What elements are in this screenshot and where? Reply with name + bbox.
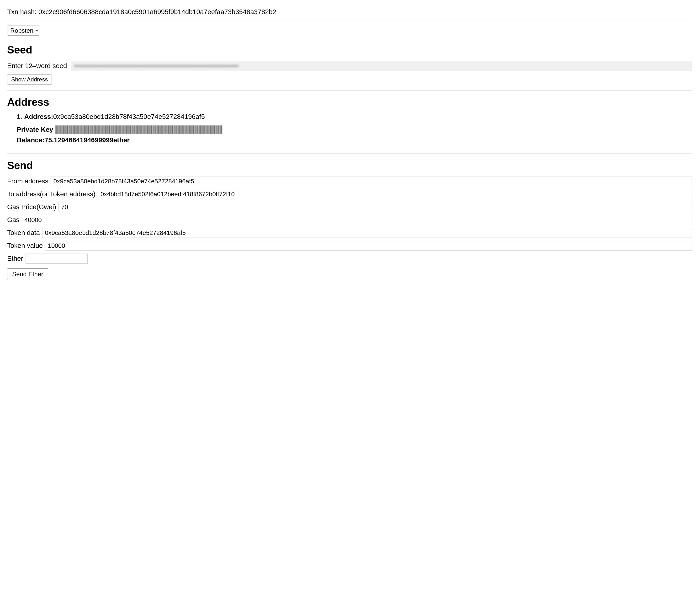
seed-input[interactable] <box>71 61 692 71</box>
to-address-input[interactable] <box>98 189 692 199</box>
from-address-label: From address <box>7 178 49 185</box>
addr-line: Address:0x9ca53a80ebd1d28b78f43a50e74e52… <box>24 113 205 121</box>
private-key-blur <box>55 125 222 134</box>
ether-label: Ether <box>7 255 23 262</box>
private-key-label: Private Key <box>17 126 53 133</box>
send-title: Send <box>7 159 692 171</box>
show-address-button[interactable]: Show Address <box>7 75 52 84</box>
token-value-row: Token value <box>7 241 692 251</box>
seed-label: Enter 12–word seed <box>7 62 67 70</box>
txn-hash-label: Txn hash: <box>7 8 37 15</box>
token-data-row: Token data <box>7 228 692 238</box>
address-item: 1. Address:0x9ca53a80ebd1d28b78f43a50e74… <box>17 113 692 144</box>
seed-section: Seed Enter 12–word seed Show Address <box>7 44 692 91</box>
from-address-input[interactable] <box>51 176 692 186</box>
txn-hash: Txn hash: 0xc2c906fd6606388cda1918a0c590… <box>7 5 692 19</box>
token-value-label: Token value <box>7 242 43 249</box>
token-value-input[interactable] <box>45 241 692 251</box>
from-address-row: From address <box>7 176 692 186</box>
gas-row: Gas <box>7 215 692 225</box>
gas-price-input[interactable] <box>58 202 692 212</box>
addr-header: 1. Address:0x9ca53a80ebd1d28b78f43a50e74… <box>17 113 692 123</box>
send-section: Send From address To address(or Token ad… <box>7 159 692 286</box>
seed-row: Enter 12–word seed <box>7 61 692 71</box>
gas-input[interactable] <box>22 215 692 225</box>
ether-row: Ether <box>7 253 692 264</box>
addr-number: 1. <box>17 113 22 121</box>
balance-line: Balance:75.1294664194699999ether <box>17 136 692 144</box>
gas-price-row: Gas Price(Gwei) <box>7 202 692 212</box>
token-data-input[interactable] <box>42 228 692 238</box>
network-row: Ropsten Mainnet Kovan Rinkeby <box>7 23 692 38</box>
ether-input[interactable] <box>26 253 88 264</box>
private-key-row: Private Key <box>17 125 692 134</box>
token-data-label: Token data <box>7 229 40 237</box>
network-select[interactable]: Ropsten Mainnet Kovan Rinkeby <box>7 26 39 36</box>
send-ether-button[interactable]: Send Ether <box>7 268 48 280</box>
balance-label: Balance: <box>17 136 45 144</box>
address-list: 1. Address:0x9ca53a80ebd1d28b78f43a50e74… <box>17 113 692 144</box>
address-title: Address <box>7 96 692 108</box>
gas-price-label: Gas Price(Gwei) <box>7 203 56 211</box>
gas-label: Gas <box>7 216 19 224</box>
seed-title: Seed <box>7 44 692 56</box>
addr-value: 0x9ca53a80ebd1d28b78f43a50e74e527284196a… <box>53 113 205 120</box>
txn-hash-value: 0xc2c906fd6606388cda1918a0c5901a6995f9b1… <box>38 8 276 15</box>
balance-value: 75.1294664194699999ether <box>45 136 130 144</box>
addr-label: Address: <box>24 113 53 120</box>
address-section: Address 1. Address:0x9ca53a80ebd1d28b78f… <box>7 96 692 154</box>
to-address-label: To address(or Token address) <box>7 190 95 198</box>
to-address-row: To address(or Token address) <box>7 189 692 199</box>
